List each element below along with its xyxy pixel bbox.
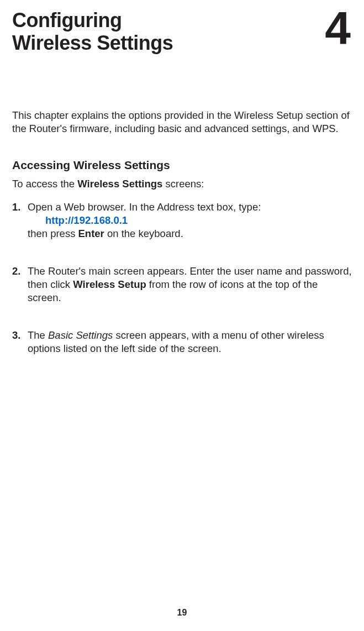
step-item-2: 2. The Router's main screen appears. Ent…	[12, 265, 352, 304]
intro-paragraph: This chapter explains the options provid…	[12, 109, 352, 135]
page-number: 19	[177, 608, 187, 618]
step3-italic: Basic Settings	[48, 329, 113, 341]
router-url: http://192.168.0.1	[45, 214, 128, 227]
step-content: Open a Web browser. In the Address text …	[28, 201, 352, 240]
chapter-number: 4	[325, 8, 351, 50]
section-intro: To access the Wireless Settings screens:	[12, 177, 352, 191]
step1-line1: Open a Web browser. In the Address text …	[28, 201, 261, 213]
step-content: The Router's main screen appears. Enter …	[28, 265, 352, 304]
chapter-title: Configuring Wireless Settings	[12, 9, 173, 55]
step3-text1: The	[28, 329, 48, 341]
step1-line2c: on the keyboard.	[104, 228, 183, 239]
step2-bold: Wireless Setup	[73, 278, 146, 290]
chapter-header: Configuring Wireless Settings 4	[12, 9, 352, 55]
step1-enter: Enter	[78, 228, 104, 239]
step-content: The Basic Settings screen appears, with …	[28, 329, 352, 355]
step-list: 1. Open a Web browser. In the Address te…	[12, 201, 352, 355]
title-line-1: Configuring	[12, 9, 122, 31]
section-heading: Accessing Wireless Settings	[12, 159, 352, 172]
step1-line2a: then press	[28, 228, 78, 239]
step-number: 3.	[12, 329, 28, 355]
step-item-3: 3. The Basic Settings screen appears, wi…	[12, 329, 352, 355]
step-number: 2.	[12, 265, 28, 304]
title-line-2: Wireless Settings	[12, 31, 173, 54]
intro-suffix: screens:	[162, 178, 204, 190]
intro-prefix: To access the	[12, 178, 77, 190]
step-number: 1.	[12, 201, 28, 240]
step-item-1: 1. Open a Web browser. In the Address te…	[12, 201, 352, 240]
intro-bold: Wireless Settings	[77, 178, 162, 190]
